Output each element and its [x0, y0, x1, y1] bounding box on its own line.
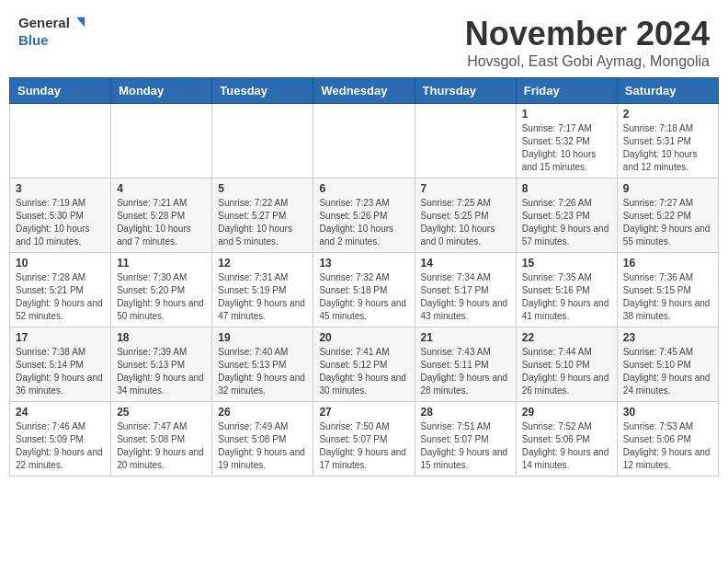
col-monday: Monday: [111, 78, 212, 104]
header: General Blue November 2024 Hovsgol, East…: [0, 0, 728, 77]
col-friday: Friday: [516, 78, 617, 104]
calendar-cell: [415, 104, 516, 178]
calendar-cell: 11Sunrise: 7:30 AM Sunset: 5:20 PM Dayli…: [111, 253, 212, 327]
day-info: Sunrise: 7:31 AM Sunset: 5:19 PM Dayligh…: [218, 271, 307, 323]
svg-marker-0: [76, 17, 85, 28]
logo: General Blue: [18, 15, 86, 49]
day-number: 18: [117, 331, 206, 344]
day-number: 10: [16, 257, 105, 270]
calendar-cell: 3Sunrise: 7:19 AM Sunset: 5:30 PM Daylig…: [10, 178, 111, 253]
calendar-cell: 7Sunrise: 7:25 AM Sunset: 5:25 PM Daylig…: [415, 178, 516, 253]
day-info: Sunrise: 7:23 AM Sunset: 5:26 PM Dayligh…: [319, 197, 408, 248]
header-row: Sunday Monday Tuesday Wednesday Thursday…: [10, 78, 719, 104]
day-info: Sunrise: 7:40 AM Sunset: 5:13 PM Dayligh…: [218, 346, 307, 397]
calendar-cell: 23Sunrise: 7:45 AM Sunset: 5:10 PM Dayli…: [617, 327, 718, 402]
calendar-wrapper: Sunday Monday Tuesday Wednesday Thursday…: [0, 77, 728, 486]
calendar-cell: 19Sunrise: 7:40 AM Sunset: 5:13 PM Dayli…: [212, 327, 313, 402]
day-number: 27: [319, 406, 408, 419]
day-number: 17: [16, 331, 105, 344]
calendar-cell: 10Sunrise: 7:28 AM Sunset: 5:21 PM Dayli…: [10, 253, 111, 327]
calendar-cell: 29Sunrise: 7:52 AM Sunset: 5:06 PM Dayli…: [516, 402, 617, 477]
day-number: 21: [421, 331, 510, 344]
day-info: Sunrise: 7:26 AM Sunset: 5:23 PM Dayligh…: [522, 197, 611, 248]
day-info: Sunrise: 7:41 AM Sunset: 5:12 PM Dayligh…: [319, 346, 408, 397]
title-area: November 2024 Hovsgol, East Gobi Aymag, …: [465, 15, 710, 70]
day-info: Sunrise: 7:43 AM Sunset: 5:11 PM Dayligh…: [421, 346, 510, 397]
day-info: Sunrise: 7:39 AM Sunset: 5:13 PM Dayligh…: [117, 346, 206, 397]
day-number: 16: [623, 257, 712, 270]
calendar-cell: 20Sunrise: 7:41 AM Sunset: 5:12 PM Dayli…: [313, 327, 415, 402]
day-number: 26: [218, 406, 307, 419]
day-number: 5: [218, 182, 307, 195]
calendar-cell: 4Sunrise: 7:21 AM Sunset: 5:28 PM Daylig…: [111, 178, 212, 253]
day-info: Sunrise: 7:17 AM Sunset: 5:32 PM Dayligh…: [522, 122, 611, 174]
day-number: 30: [623, 406, 712, 419]
day-number: 3: [16, 182, 105, 195]
col-tuesday: Tuesday: [212, 78, 313, 104]
day-info: Sunrise: 7:49 AM Sunset: 5:08 PM Dayligh…: [218, 420, 307, 472]
calendar-cell: 6Sunrise: 7:23 AM Sunset: 5:26 PM Daylig…: [313, 178, 415, 253]
col-wednesday: Wednesday: [313, 78, 415, 104]
day-number: 14: [421, 257, 510, 270]
calendar-cell: 5Sunrise: 7:22 AM Sunset: 5:27 PM Daylig…: [212, 178, 313, 253]
day-number: 23: [623, 331, 712, 344]
calendar: Sunday Monday Tuesday Wednesday Thursday…: [9, 77, 719, 477]
table-row: 10Sunrise: 7:28 AM Sunset: 5:21 PM Dayli…: [10, 253, 719, 327]
calendar-cell: 25Sunrise: 7:47 AM Sunset: 5:08 PM Dayli…: [111, 402, 212, 477]
calendar-cell: 22Sunrise: 7:44 AM Sunset: 5:10 PM Dayli…: [516, 327, 617, 402]
table-row: 3Sunrise: 7:19 AM Sunset: 5:30 PM Daylig…: [10, 178, 719, 253]
day-number: 28: [421, 406, 510, 419]
day-info: Sunrise: 7:50 AM Sunset: 5:07 PM Dayligh…: [319, 420, 408, 472]
day-info: Sunrise: 7:53 AM Sunset: 5:06 PM Dayligh…: [623, 420, 712, 472]
day-number: 1: [522, 108, 611, 121]
month-title: November 2024: [465, 15, 710, 53]
calendar-cell: [10, 104, 111, 178]
day-info: Sunrise: 7:45 AM Sunset: 5:10 PM Dayligh…: [623, 346, 712, 397]
day-number: 12: [218, 257, 307, 270]
day-number: 29: [522, 406, 611, 419]
day-info: Sunrise: 7:44 AM Sunset: 5:10 PM Dayligh…: [522, 346, 611, 397]
day-number: 4: [117, 182, 206, 195]
day-info: Sunrise: 7:32 AM Sunset: 5:18 PM Dayligh…: [319, 271, 408, 323]
day-number: 7: [421, 182, 510, 195]
day-info: Sunrise: 7:18 AM Sunset: 5:31 PM Dayligh…: [623, 122, 712, 174]
calendar-cell: 2Sunrise: 7:18 AM Sunset: 5:31 PM Daylig…: [617, 104, 718, 178]
day-number: 15: [522, 257, 611, 270]
calendar-cell: 13Sunrise: 7:32 AM Sunset: 5:18 PM Dayli…: [313, 253, 415, 327]
day-number: 6: [319, 182, 408, 195]
day-number: 20: [319, 331, 408, 344]
day-info: Sunrise: 7:19 AM Sunset: 5:30 PM Dayligh…: [16, 197, 105, 248]
col-sunday: Sunday: [10, 78, 111, 104]
table-row: 24Sunrise: 7:46 AM Sunset: 5:09 PM Dayli…: [10, 402, 719, 477]
col-saturday: Saturday: [617, 78, 718, 104]
day-number: 22: [522, 331, 611, 344]
calendar-cell: 8Sunrise: 7:26 AM Sunset: 5:23 PM Daylig…: [516, 178, 617, 253]
day-number: 11: [117, 257, 206, 270]
day-info: Sunrise: 7:21 AM Sunset: 5:28 PM Dayligh…: [117, 197, 206, 248]
subtitle: Hovsgol, East Gobi Aymag, Mongolia: [465, 53, 710, 70]
calendar-cell: 21Sunrise: 7:43 AM Sunset: 5:11 PM Dayli…: [415, 327, 516, 402]
day-info: Sunrise: 7:35 AM Sunset: 5:16 PM Dayligh…: [522, 271, 611, 323]
day-number: 24: [16, 406, 105, 419]
calendar-cell: 9Sunrise: 7:27 AM Sunset: 5:22 PM Daylig…: [617, 178, 718, 253]
day-info: Sunrise: 7:28 AM Sunset: 5:21 PM Dayligh…: [16, 271, 105, 323]
day-info: Sunrise: 7:36 AM Sunset: 5:15 PM Dayligh…: [623, 271, 712, 323]
calendar-cell: 14Sunrise: 7:34 AM Sunset: 5:17 PM Dayli…: [415, 253, 516, 327]
calendar-cell: 28Sunrise: 7:51 AM Sunset: 5:07 PM Dayli…: [415, 402, 516, 477]
logo-text: General Blue: [18, 15, 86, 49]
day-number: 13: [319, 257, 408, 270]
day-number: 25: [117, 406, 206, 419]
calendar-cell: 15Sunrise: 7:35 AM Sunset: 5:16 PM Dayli…: [516, 253, 617, 327]
calendar-cell: 26Sunrise: 7:49 AM Sunset: 5:08 PM Dayli…: [212, 402, 313, 477]
calendar-cell: 17Sunrise: 7:38 AM Sunset: 5:14 PM Dayli…: [10, 327, 111, 402]
calendar-cell: 27Sunrise: 7:50 AM Sunset: 5:07 PM Dayli…: [313, 402, 415, 477]
table-row: 1Sunrise: 7:17 AM Sunset: 5:32 PM Daylig…: [10, 104, 719, 178]
day-info: Sunrise: 7:22 AM Sunset: 5:27 PM Dayligh…: [218, 197, 307, 248]
day-info: Sunrise: 7:51 AM Sunset: 5:07 PM Dayligh…: [421, 420, 510, 472]
calendar-cell: [313, 104, 415, 178]
calendar-cell: 16Sunrise: 7:36 AM Sunset: 5:15 PM Dayli…: [617, 253, 718, 327]
calendar-cell: [212, 104, 313, 178]
table-row: 17Sunrise: 7:38 AM Sunset: 5:14 PM Dayli…: [10, 327, 719, 402]
calendar-cell: [111, 104, 212, 178]
day-number: 9: [623, 182, 712, 195]
